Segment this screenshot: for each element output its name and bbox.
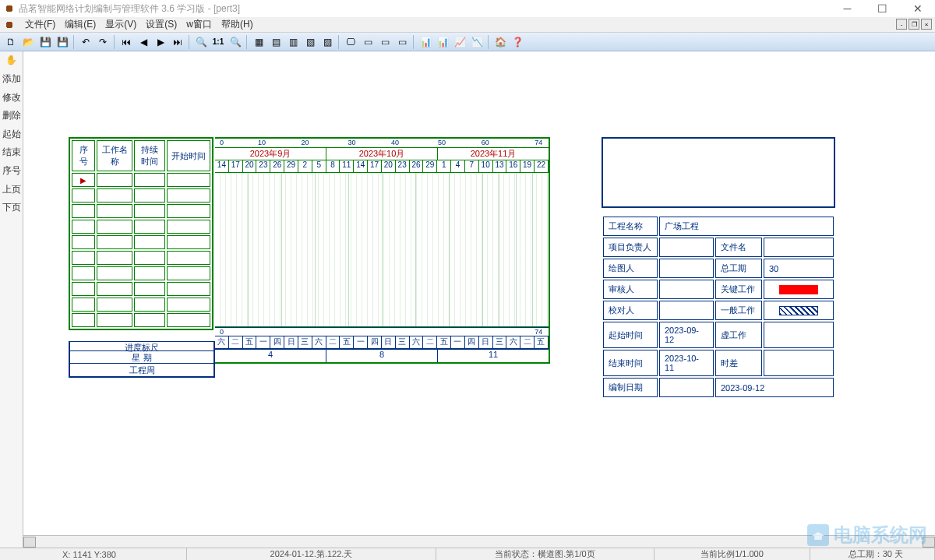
mdi-restore-button[interactable]: ❐ xyxy=(909,19,919,30)
col-start: 开始时间 xyxy=(167,140,210,171)
chart2-icon[interactable]: 📊 xyxy=(435,34,450,50)
last-icon[interactable]: ⏭ xyxy=(170,34,185,50)
watermark-icon xyxy=(807,524,829,546)
label-week: 工程周 xyxy=(70,364,213,376)
prev-icon[interactable]: ◀ xyxy=(136,34,151,50)
status-date: 2024-01-12.第.122.天 xyxy=(187,548,436,560)
menu-window[interactable]: w窗口 xyxy=(182,16,217,33)
menu-edit[interactable]: 编辑(E) xyxy=(60,16,101,33)
gantt-scale-top: 0 10 20 30 40 50 60 74 xyxy=(215,139,549,148)
mdi-minimize-button[interactable]: - xyxy=(896,19,907,30)
col-duration: 持续时间 xyxy=(134,140,165,171)
sidebar-start[interactable]: 起始 xyxy=(2,129,21,141)
doc-icon xyxy=(3,19,16,31)
app-icon xyxy=(3,2,16,15)
sidebar-prevpage[interactable]: 上页 xyxy=(2,184,21,196)
status-bar: X: 1141 Y:380 2024-01-12.第.122.天 当前状态：横道… xyxy=(0,548,935,560)
home-icon[interactable]: 🏠 xyxy=(492,34,508,50)
save-icon[interactable]: 💾 xyxy=(37,34,53,50)
row-marker: ▶ xyxy=(72,173,95,187)
menu-help[interactable]: 帮助(H) xyxy=(217,16,258,33)
grid3-icon[interactable]: ▥ xyxy=(285,34,301,50)
close-button[interactable]: ✕ xyxy=(900,0,935,17)
menu-file[interactable]: 文件(F) xyxy=(20,16,60,33)
maximize-button[interactable]: ☐ xyxy=(865,0,900,17)
open-icon[interactable]: 📂 xyxy=(20,34,36,50)
task-table: 序号 工作名称 持续时间 开始时间 ▶ xyxy=(69,137,213,330)
view2-icon[interactable]: ▭ xyxy=(360,34,376,50)
sidebar-end[interactable]: 结束 xyxy=(2,146,21,159)
next-icon[interactable]: ▶ xyxy=(153,34,168,50)
canvas[interactable]: 序号 工作名称 持续时间 开始时间 ▶ 0 xyxy=(23,51,935,548)
grid1-icon[interactable]: ▦ xyxy=(251,34,266,50)
chart1-icon[interactable]: 📊 xyxy=(418,34,433,50)
normal-bar-icon xyxy=(779,306,818,315)
view4-icon[interactable]: ▭ xyxy=(394,34,410,50)
info-table: 工程名称广场工程 项目负责人文件名 绘图人总工期30 审核人关键工作 校对人一般… xyxy=(602,215,835,399)
sidebar-nextpage[interactable]: 下页 xyxy=(2,202,21,214)
new-icon[interactable]: 🗋 xyxy=(3,34,19,50)
col-seq: 序号 xyxy=(72,140,95,171)
status-ratio: 当前比例1/1.000 xyxy=(654,548,810,560)
gantt-chart: 0 10 20 30 40 50 60 74 2023年9月 2023年10月 … xyxy=(215,137,550,364)
h-scrollbar[interactable] xyxy=(23,535,935,548)
watermark: 电脑系统网 xyxy=(807,523,927,548)
status-state: 当前状态：横道图.第1/0页 xyxy=(436,548,654,560)
view1-icon[interactable]: 🖵 xyxy=(343,34,358,50)
status-total: 总工期：30 天 xyxy=(810,548,935,560)
gantt-months: 2023年9月 2023年10月 2023年11月 xyxy=(215,148,549,160)
gantt-body xyxy=(215,173,549,327)
menu-view[interactable]: 显示(V) xyxy=(101,16,141,33)
col-name: 工作名称 xyxy=(97,140,132,171)
sidebar-seq[interactable]: 序号 xyxy=(2,165,21,178)
grid4-icon[interactable]: ▧ xyxy=(302,34,318,50)
scroll-left-icon[interactable] xyxy=(23,537,36,548)
gantt-scale-bottom: 074 xyxy=(215,327,549,336)
chart3-icon[interactable]: 📈 xyxy=(452,34,468,50)
zoom11-icon[interactable]: 1:1 xyxy=(210,34,226,50)
view3-icon[interactable]: ▭ xyxy=(377,34,393,50)
info-preview-box xyxy=(602,137,835,208)
toolbar: 🗋 📂 💾 💾 ↶ ↷ ⏮ ◀ ▶ ⏭ 🔍 1:1 🔍 ▦ ▤ ▥ ▧ ▨ 🖵 … xyxy=(0,33,935,51)
mdi-close-button[interactable]: × xyxy=(921,19,932,30)
hand-icon[interactable]: ✋ xyxy=(5,55,18,67)
sidebar-edit[interactable]: 修改 xyxy=(2,92,21,104)
label-progress: 进度标尺 xyxy=(70,342,213,351)
help-icon[interactable]: ❓ xyxy=(510,34,525,50)
first-icon[interactable]: ⏮ xyxy=(118,34,134,50)
gantt-weeks: 4 8 11 xyxy=(215,349,549,362)
grid5-icon[interactable]: ▨ xyxy=(319,34,335,50)
gantt-days: 1417202326292581114172023262914710131619… xyxy=(215,160,549,173)
menu-bar: 文件(F) 编辑(E) 显示(V) 设置(S) w窗口 帮助(H) - ❐ × xyxy=(0,17,935,33)
menu-settings[interactable]: 设置(S) xyxy=(141,16,182,33)
sidebar: ✋ 添加 修改 删除 起始 结束 序号 上页 下页 xyxy=(0,51,23,548)
title-bar: 品茗智能网络计划编制与管理软件 3.6 学习版 - [pert3] ─ ☐ ✕ xyxy=(0,0,935,17)
status-coords: X: 1141 Y:380 xyxy=(0,548,187,560)
minimize-button[interactable]: ─ xyxy=(830,0,865,17)
gantt-weekdays: 六二五一四日三六二五一四日三六二五一四日三六二五 xyxy=(215,336,549,349)
sidebar-add[interactable]: 添加 xyxy=(2,73,21,86)
redo-icon[interactable]: ↷ xyxy=(95,34,111,50)
label-weekday: 星 期 xyxy=(70,351,213,364)
saveas-icon[interactable]: 💾 xyxy=(55,34,70,50)
undo-icon[interactable]: ↶ xyxy=(78,34,94,50)
critical-bar-icon xyxy=(779,285,818,294)
zoomin-icon[interactable]: 🔍 xyxy=(228,34,243,50)
chart4-icon[interactable]: 📉 xyxy=(469,34,485,50)
grid2-icon[interactable]: ▤ xyxy=(268,34,284,50)
zoomout-icon[interactable]: 🔍 xyxy=(193,34,209,50)
sidebar-delete[interactable]: 删除 xyxy=(2,110,21,122)
window-title: 品茗智能网络计划编制与管理软件 3.6 学习版 - [pert3] xyxy=(19,2,240,16)
